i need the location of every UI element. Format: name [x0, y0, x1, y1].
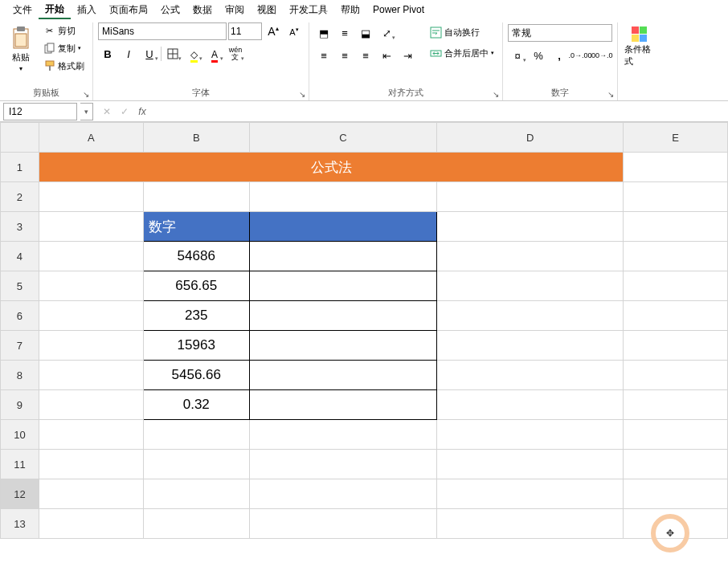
cell-b7[interactable]: 15963 [143, 331, 249, 361]
align-right-button[interactable]: ≡ [356, 47, 375, 64]
cell-e2[interactable] [624, 182, 728, 212]
cell-a2[interactable] [39, 182, 143, 212]
cell-d11[interactable] [437, 450, 624, 479]
cell-a6[interactable] [39, 301, 143, 331]
cell-b10[interactable] [143, 420, 249, 450]
row-header-9[interactable]: 9 [1, 390, 39, 420]
cell-b6[interactable]: 235 [143, 301, 249, 331]
formula-input[interactable] [151, 103, 728, 120]
align-middle-button[interactable]: ≡ [335, 24, 354, 42]
align-center-button[interactable]: ≡ [335, 47, 354, 64]
cell-d8[interactable] [437, 361, 624, 390]
accounting-format-button[interactable]: ¤ [508, 47, 527, 64]
cancel-formula-button[interactable]: ✕ [98, 106, 116, 117]
cell-e4[interactable] [624, 242, 728, 271]
percent-button[interactable]: % [529, 47, 548, 64]
menu-insert[interactable]: 插入 [71, 2, 103, 18]
cell-e12[interactable] [624, 479, 728, 509]
cell-a11[interactable] [39, 450, 143, 479]
row-header-11[interactable]: 11 [1, 450, 39, 479]
cut-button[interactable]: ✂ 剪切 [40, 22, 88, 39]
cell-b13[interactable] [143, 509, 249, 539]
cell-d13[interactable] [437, 509, 624, 539]
cell-e11[interactable] [624, 450, 728, 479]
row-header-6[interactable]: 6 [1, 301, 39, 331]
row-header-4[interactable]: 4 [1, 242, 39, 271]
row-header-1[interactable]: 1 [1, 153, 39, 182]
cell-e9[interactable] [624, 390, 728, 420]
increase-indent-button[interactable]: ⇥ [398, 47, 417, 64]
cell-d4[interactable] [437, 242, 624, 271]
cell-d10[interactable] [437, 420, 624, 450]
cell-a8[interactable] [39, 361, 143, 390]
cell-b4[interactable]: 54686 [143, 242, 249, 271]
cell-c12[interactable] [249, 479, 437, 509]
cell-e7[interactable] [624, 331, 728, 361]
cell-a12[interactable] [39, 479, 143, 509]
borders-button[interactable] [163, 45, 182, 63]
number-format-select[interactable] [508, 24, 612, 42]
cell-e6[interactable] [624, 301, 728, 331]
increase-font-button[interactable]: A▴ [264, 22, 283, 40]
font-dialog-launcher[interactable]: ↘ [297, 89, 307, 99]
cell-e5[interactable] [624, 271, 728, 301]
row-header-3[interactable]: 3 [1, 212, 39, 242]
clipboard-dialog-launcher[interactable]: ↘ [81, 89, 91, 99]
col-header-e[interactable]: E [624, 123, 728, 153]
row-header-12[interactable]: 12 [1, 479, 39, 509]
conditional-formatting-button[interactable]: 条件格式 [623, 22, 656, 71]
enter-formula-button[interactable]: ✓ [116, 106, 133, 117]
decrease-decimal-button[interactable]: .00→.0 [591, 47, 611, 64]
italic-button[interactable]: I [119, 45, 138, 63]
phonetic-button[interactable]: wén文 [226, 45, 245, 63]
select-all-corner[interactable] [1, 123, 39, 153]
wrap-text-button[interactable]: 自动换行 [427, 24, 497, 40]
cell-d12[interactable] [437, 479, 624, 509]
underline-button[interactable]: U [140, 45, 159, 63]
cell-b5[interactable]: 656.65 [143, 271, 249, 301]
paste-button[interactable]: 粘贴 ▾ [5, 22, 37, 75]
font-size-select[interactable] [228, 22, 262, 40]
cell-c11[interactable] [249, 450, 437, 479]
menu-devtools[interactable]: 开发工具 [283, 2, 334, 18]
menu-file[interactable]: 文件 [6, 2, 39, 18]
cell-c2[interactable] [249, 182, 437, 212]
menu-review[interactable]: 审阅 [219, 2, 251, 18]
number-dialog-launcher[interactable]: ↘ [606, 89, 616, 99]
align-bottom-button[interactable]: ⬓ [356, 24, 375, 42]
cell-c5[interactable] [249, 271, 437, 301]
cell-c4[interactable] [249, 242, 437, 271]
cell-c9[interactable] [249, 390, 437, 420]
row-header-10[interactable]: 10 [1, 420, 39, 450]
merge-center-button[interactable]: 合并后居中 ▾ [427, 45, 497, 61]
menu-power-pivot[interactable]: Power Pivot [366, 2, 431, 17]
cell-c10[interactable] [249, 420, 437, 450]
cell-c13[interactable] [249, 509, 437, 539]
col-header-a[interactable]: A [39, 123, 143, 153]
row-header-8[interactable]: 8 [1, 361, 39, 390]
cell-a13[interactable] [39, 509, 143, 539]
cell-a4[interactable] [39, 242, 143, 271]
menu-page-layout[interactable]: 页面布局 [103, 2, 154, 18]
col-header-b[interactable]: B [143, 123, 249, 153]
cell-e3[interactable] [624, 212, 728, 242]
cell-b3[interactable]: 数字 [143, 212, 249, 242]
cell-c3[interactable] [249, 212, 437, 242]
decrease-font-button[interactable]: A▾ [284, 22, 304, 40]
cell-c8[interactable] [249, 361, 437, 390]
menu-home[interactable]: 开始 [39, 1, 71, 19]
decrease-indent-button[interactable]: ⇤ [377, 47, 396, 64]
cell-a3[interactable] [39, 212, 143, 242]
cell-d6[interactable] [437, 301, 624, 331]
cell-a5[interactable] [39, 271, 143, 301]
orientation-button[interactable]: ⤢ [377, 24, 396, 42]
font-name-select[interactable] [98, 22, 227, 40]
grid[interactable]: A B C D E 1 公式法 2 3 数字 4 54686 5 656.65 … [0, 122, 728, 539]
copy-button[interactable]: 复制 ▾ [40, 40, 88, 56]
row-header-13[interactable]: 13 [1, 509, 39, 539]
row-header-7[interactable]: 7 [1, 331, 39, 361]
cell-d3[interactable] [437, 212, 624, 242]
row-header-5[interactable]: 5 [1, 271, 39, 301]
cell-d7[interactable] [437, 331, 624, 361]
row-header-2[interactable]: 2 [1, 182, 39, 212]
